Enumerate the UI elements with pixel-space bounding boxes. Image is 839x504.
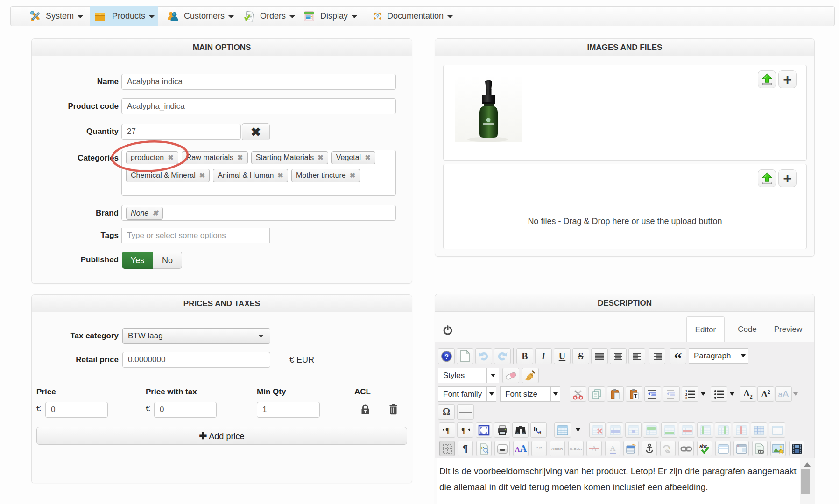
svg-text:¶: ¶	[445, 426, 450, 435]
svg-text:T: T	[634, 393, 638, 399]
svg-text:abc: abc	[699, 444, 708, 449]
svg-text:2: 2	[685, 393, 687, 396]
svg-text:¶: ¶	[461, 426, 465, 435]
svg-text:?: ?	[376, 14, 379, 19]
svg-text:3: 3	[685, 396, 687, 399]
svg-text:1: 1	[685, 390, 687, 393]
svg-text:?: ?	[444, 352, 449, 360]
